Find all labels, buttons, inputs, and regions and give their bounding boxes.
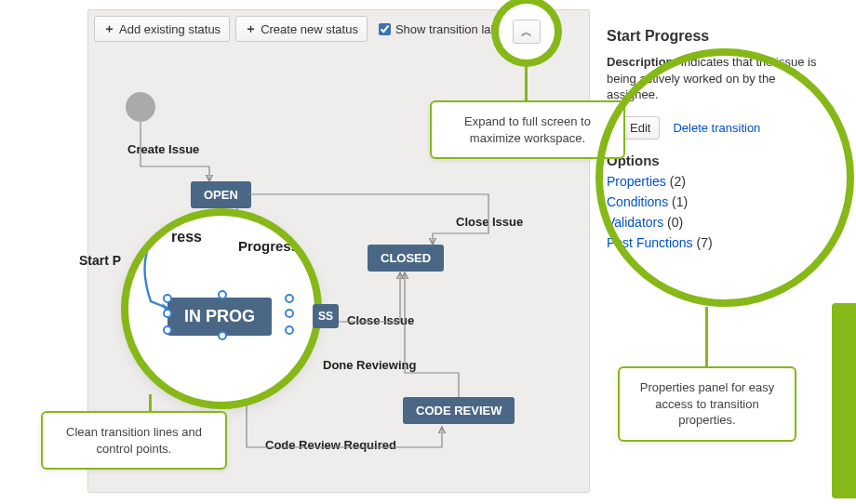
- start-node[interactable]: [126, 92, 155, 122]
- expand-callout-text: Expand to full screen to maximize worksp…: [464, 114, 591, 145]
- option-count: 2: [674, 174, 681, 189]
- control-point[interactable]: [285, 309, 294, 318]
- option-conditions[interactable]: Conditions (1): [607, 194, 828, 209]
- plus-icon: ＋: [245, 20, 257, 37]
- expand-callout: Expand to full screen to maximize worksp…: [430, 100, 625, 159]
- expand-button[interactable]: ︽: [513, 20, 541, 44]
- option-link[interactable]: Post Functions: [607, 235, 693, 250]
- edit-label: Edit: [630, 121, 650, 135]
- control-point[interactable]: [218, 331, 227, 340]
- show-labels-text: Show transition labels: [395, 22, 513, 36]
- zoom-in-progress-node[interactable]: IN PROG: [167, 298, 272, 336]
- create-new-label: Create new status: [261, 22, 358, 36]
- transition-description: Description: Indicates that the issue is…: [607, 54, 828, 103]
- control-point[interactable]: [285, 325, 294, 335]
- transition-title: Start Progress: [607, 28, 828, 45]
- option-count: 7: [701, 235, 708, 250]
- options-heading: Options: [607, 153, 828, 168]
- create-issue-label: Create Issue: [127, 142, 199, 156]
- control-point[interactable]: [163, 325, 172, 335]
- clean-transitions-callout: Clean transition lines and control point…: [41, 411, 227, 470]
- connector: [525, 65, 528, 102]
- option-properties[interactable]: Properties (2): [607, 174, 828, 189]
- close-issue-label-mid: Close Issue: [347, 313, 414, 327]
- status-in-progress-peek: SS: [313, 304, 339, 328]
- option-link[interactable]: Properties: [607, 174, 666, 189]
- panel-callout-text: Properties panel for easy access to tran…: [640, 380, 775, 427]
- code-review-required-label: Code Review Required: [265, 438, 396, 452]
- add-existing-status-button[interactable]: ＋ Add existing status: [94, 16, 230, 42]
- add-existing-label: Add existing status: [119, 22, 221, 36]
- connector: [705, 307, 708, 368]
- option-validators[interactable]: Validators (0): [607, 215, 828, 230]
- start-progress-prefix: Start P: [79, 253, 121, 268]
- expand-highlight: ︽: [499, 4, 555, 60]
- option-post-functions[interactable]: Post Functions (7): [607, 235, 828, 250]
- close-issue-label-top: Close Issue: [456, 215, 523, 229]
- desc-label: Description:: [607, 55, 677, 69]
- option-count: 0: [672, 215, 679, 230]
- chevrons-up-icon: ︽: [521, 24, 532, 40]
- show-transition-labels-toggle[interactable]: Show transition labels: [379, 22, 513, 36]
- status-closed[interactable]: CLOSED: [368, 245, 444, 272]
- zoom-ress-label: ress: [171, 229, 202, 245]
- properties-panel-callout: Properties panel for easy access to tran…: [618, 366, 796, 442]
- connector: [149, 394, 152, 413]
- control-point[interactable]: [163, 309, 172, 318]
- status-open[interactable]: OPEN: [191, 181, 251, 208]
- zoom-node-label: IN PROG: [184, 307, 255, 325]
- clean-callout-text: Clean transition lines and control point…: [66, 425, 202, 456]
- option-link[interactable]: Conditions: [607, 194, 668, 209]
- option-link[interactable]: Validators: [607, 215, 663, 230]
- status-code-review[interactable]: CODE REVIEW: [403, 397, 515, 424]
- option-count: 1: [676, 194, 684, 209]
- show-labels-checkbox[interactable]: [379, 23, 391, 35]
- delete-transition-link[interactable]: Delete transition: [673, 121, 760, 135]
- green-accent-bar: [832, 303, 856, 498]
- control-point[interactable]: [218, 290, 227, 299]
- create-new-status-button[interactable]: ＋ Create new status: [235, 16, 368, 42]
- zoom-lens: ress Progress IN PROG: [128, 216, 314, 402]
- control-point[interactable]: [285, 294, 294, 303]
- plus-icon: ＋: [103, 20, 115, 37]
- done-reviewing-label: Done Reviewing: [323, 358, 416, 372]
- control-point[interactable]: [163, 294, 172, 303]
